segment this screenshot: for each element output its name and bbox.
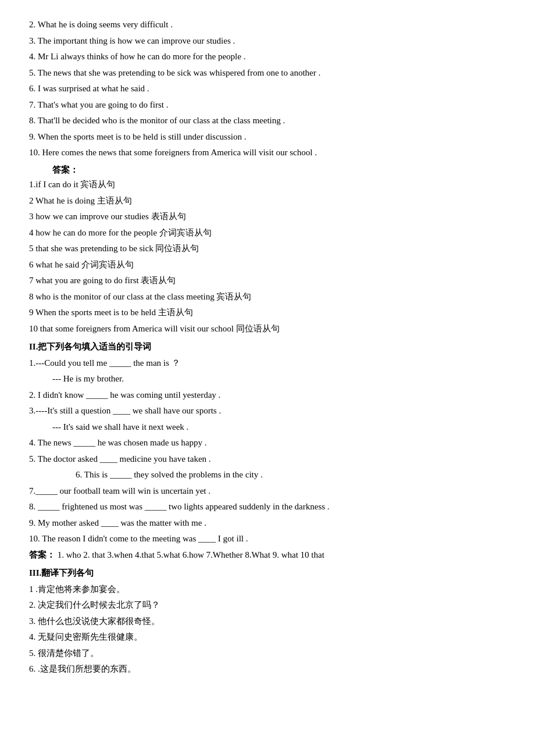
t4: 4. 无疑问史密斯先生很健康。 (29, 630, 506, 645)
t3: 3. 他什么也没说使大家都很奇怪。 (29, 614, 506, 629)
section-2: II.把下列各句填入适当的引导词 1.---Could you tell me … (29, 340, 506, 547)
answer-9: 9 When the sports meet is to be held 主语从… (29, 305, 506, 320)
answer-2: 2 What he is doing 主语从句 (29, 194, 506, 209)
line-9: 9. When the sports meet is to be held is… (29, 130, 506, 145)
s2-line-7: 7._____ our football team will win is un… (29, 484, 506, 499)
line-8: 8. That'll be decided who is the monitor… (29, 113, 506, 129)
s2-line-4: 4. The news _____ he was chosen made us … (29, 436, 506, 451)
line-3: 3. The important thing is how we can imp… (29, 34, 506, 49)
t1: 1 .肯定他将来参加宴会。 (29, 582, 506, 597)
s2-line-8: 8. _____ frightened us most was _____ tw… (29, 500, 506, 515)
line-4: 4. Mr Li always thinks of how he can do … (29, 49, 506, 65)
s2-line-5: 5. The doctor asked ____ medicine you ha… (29, 452, 506, 467)
line-7: 7. That's what you are going to do first… (29, 98, 506, 113)
answer-3: 3 how we can improve our studies 表语从句 (29, 209, 506, 224)
section-3: III.翻译下列各句 1 .肯定他将来参加宴会。 2. 决定我们什么时候去北京了… (29, 566, 506, 677)
answer-7: 7 what you are going to do first 表语从句 (29, 273, 506, 288)
t5: 5. 很清楚你错了。 (29, 646, 506, 661)
line-6: 6. I was surprised at what he said . (29, 81, 506, 97)
answer-10: 10 that some foreigners from America wil… (29, 322, 506, 337)
t6: 6. .这是我们所想要的东西。 (29, 662, 506, 677)
s2-line-10: 10. The reason I didn't come to the meet… (29, 532, 506, 547)
t2: 2. 决定我们什么时候去北京了吗？ (29, 598, 506, 613)
s2-line-1b: --- He is my brother. (52, 372, 506, 387)
answer2-line: 答案： 1. who 2. that 3.when 4.that 5.what … (29, 548, 506, 563)
answer2-label: 答案： (29, 550, 55, 559)
answer-5: 5 that she was pretending to be sick 同位语… (29, 241, 506, 256)
answer-label-1: 答案： (52, 163, 506, 178)
line-5: 5. The news that she was pretending to b… (29, 66, 506, 81)
line-10: 10. Here comes the news that some foreig… (29, 145, 506, 161)
answer-6: 6 what he said 介词宾语从句 (29, 258, 506, 273)
answer-4: 4 how he can do more for the people 介词宾语… (29, 226, 506, 241)
s2-line-6: 6. This is _____ they solved the problem… (76, 468, 506, 483)
s2-line-3: 3.----It's still a question ____ we shal… (29, 404, 506, 419)
section3-title: III.翻译下列各句 (29, 566, 506, 581)
answer2-text: 1. who 2. that 3.when 4.that 5.what 6.ho… (58, 550, 324, 559)
s2-line-2: 2. I didn't know _____ he was coming unt… (29, 388, 506, 403)
answer-section-1: 答案： 1.if I can do it 宾语从句 2 What he is d… (29, 163, 506, 337)
answer-8: 8 who is the monitor of our class at the… (29, 290, 506, 305)
line-2: 2. What he is doing seems very difficult… (29, 17, 506, 33)
s2-line-1: 1.---Could you tell me _____ the man is … (29, 356, 506, 371)
s2-line-3b: --- It's said we shall have it next week… (52, 420, 506, 435)
section2-title: II.把下列各句填入适当的引导词 (29, 340, 506, 355)
main-content: 2. What he is doing seems very difficult… (29, 17, 506, 677)
s2-line-9: 9. My mother asked ____ was the matter w… (29, 516, 506, 531)
answer-section-2: 答案： 1. who 2. that 3.when 4.that 5.what … (29, 548, 506, 563)
questions-section: 2. What he is doing seems very difficult… (29, 17, 506, 161)
answer-1: 1.if I can do it 宾语从句 (29, 177, 506, 192)
